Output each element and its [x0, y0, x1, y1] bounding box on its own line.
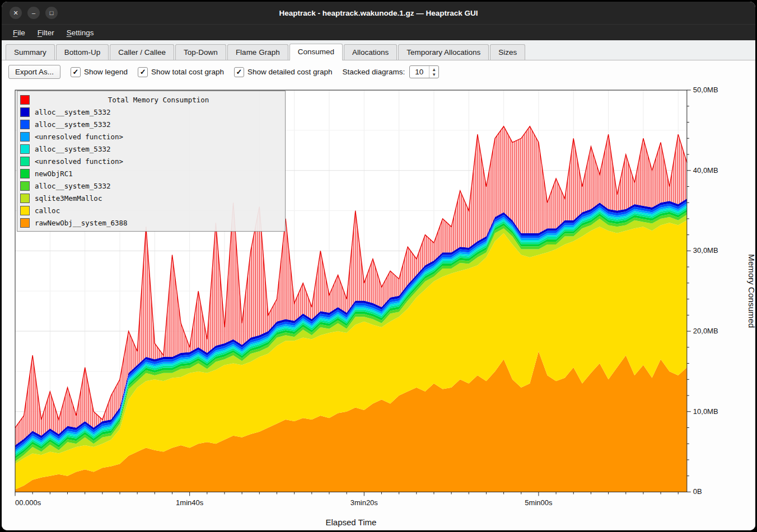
tab-sizes[interactable]: Sizes	[490, 44, 525, 60]
svg-text:50,0MB: 50,0MB	[693, 86, 718, 94]
titlebar: ✕ – □ Heaptrack - heaptrack.wakunode.1.g…	[2, 2, 755, 24]
svg-text:30,0MB: 30,0MB	[693, 246, 718, 255]
stacked-diagrams-spinbox[interactable]: 10 ▲ ▼	[409, 65, 439, 78]
heaptrack-window: ✕ – □ Heaptrack - heaptrack.wakunode.1.g…	[2, 2, 755, 530]
window-controls: ✕ – □	[2, 7, 58, 19]
show-total-cost-checkbox[interactable]: ✓ Show total cost graph	[138, 67, 224, 77]
svg-text:00.000s: 00.000s	[15, 498, 41, 507]
maximize-button[interactable]: □	[45, 7, 58, 19]
chart-legend: Total Memory Consumptionalloc__system_53…	[17, 91, 286, 232]
legend-label: sqlite3MemMalloc	[35, 194, 102, 203]
checkbox-check-icon: ✓	[138, 67, 148, 77]
spin-up-icon[interactable]: ▲	[429, 67, 438, 72]
stacked-diagrams-value: 10	[410, 66, 429, 78]
menu-file[interactable]: File	[7, 26, 31, 39]
legend-label: rawNewObj__system_6388	[35, 219, 128, 227]
checkbox-check-icon: ✓	[71, 67, 81, 77]
legend-swatch	[20, 169, 30, 178]
show-detailed-cost-label: Show detailed cost graph	[247, 68, 333, 76]
legend-label: alloc__system_5332	[35, 120, 110, 129]
tab-bottom-up[interactable]: Bottom-Up	[56, 44, 109, 60]
svg-text:Memory Consumed: Memory Consumed	[747, 254, 755, 328]
legend-swatch	[20, 206, 30, 215]
tab-temporary-allocations[interactable]: Temporary Allocations	[398, 44, 489, 60]
svg-text:3min20s: 3min20s	[351, 498, 378, 507]
legend-swatch	[20, 218, 30, 228]
tab-allocations[interactable]: Allocations	[344, 44, 397, 60]
spin-buttons: ▲ ▼	[429, 66, 438, 78]
chart-area: 00.000s1min40s3min20s5min00s0B10,0MB20,0…	[2, 83, 755, 530]
spin-down-icon[interactable]: ▼	[429, 72, 438, 77]
legend-label: calloc	[35, 206, 60, 215]
maximize-icon: □	[50, 10, 54, 16]
show-detailed-cost-checkbox[interactable]: ✓ Show detailed cost graph	[234, 67, 333, 77]
legend-item: <unresolved function>	[20, 130, 282, 143]
legend-item: alloc__system_5332	[20, 143, 282, 155]
svg-text:1min40s: 1min40s	[176, 498, 204, 507]
legend-label: newObjRC1	[35, 170, 73, 178]
minimize-icon: –	[32, 10, 35, 16]
legend-item: <unresolved function>	[20, 155, 282, 167]
tab-bar: SummaryBottom-UpCaller / CalleeTop-DownF…	[2, 40, 755, 60]
legend-label: alloc__system_5332	[35, 182, 110, 190]
menu-filter[interactable]: Filter	[32, 26, 60, 39]
window-title: Heaptrack - heaptrack.wakunode.1.gz — He…	[2, 9, 755, 17]
tab-top-down[interactable]: Top-Down	[175, 44, 226, 60]
svg-text:40,0MB: 40,0MB	[693, 166, 718, 175]
legend-item: alloc__system_5332	[20, 118, 282, 130]
tab-flame-graph[interactable]: Flame Graph	[227, 44, 288, 60]
legend-item: alloc__system_5332	[20, 180, 282, 192]
legend-label: <unresolved function>	[35, 157, 123, 166]
stacked-diagrams-label: Stacked diagrams:	[343, 68, 405, 76]
legend-swatch	[20, 95, 30, 105]
tab-caller-callee[interactable]: Caller / Callee	[110, 44, 174, 60]
legend-label: alloc__system_5332	[35, 145, 110, 153]
svg-text:20,0MB: 20,0MB	[693, 327, 718, 335]
minimize-button[interactable]: –	[27, 7, 40, 19]
legend-swatch	[20, 181, 30, 191]
show-legend-checkbox[interactable]: ✓ Show legend	[71, 67, 128, 77]
close-button[interactable]: ✕	[10, 7, 22, 19]
legend-swatch	[20, 132, 30, 142]
legend-swatch	[20, 120, 30, 129]
stacked-diagrams-control: Stacked diagrams: 10 ▲ ▼	[343, 65, 440, 78]
svg-text:10,0MB: 10,0MB	[693, 407, 718, 416]
checkbox-check-icon: ✓	[234, 67, 244, 77]
legend-item: alloc__system_5332	[20, 106, 282, 118]
show-total-cost-label: Show total cost graph	[151, 68, 224, 76]
menu-settings[interactable]: Settings	[61, 26, 100, 39]
legend-swatch	[20, 157, 30, 166]
legend-label: alloc__system_5332	[35, 108, 110, 116]
legend-label: Total Memory Consumption	[35, 96, 282, 104]
legend-item: rawNewObj__system_6388	[20, 216, 282, 229]
tab-summary[interactable]: Summary	[6, 44, 55, 60]
legend-item: sqlite3MemMalloc	[20, 192, 282, 204]
legend-swatch	[20, 144, 30, 154]
svg-text:0B: 0B	[693, 487, 702, 496]
show-legend-label: Show legend	[84, 68, 128, 76]
legend-swatch	[20, 107, 30, 117]
legend-title-row: Total Memory Consumption	[20, 93, 282, 106]
legend-swatch	[20, 194, 30, 203]
menubar: FileFilterSettings	[2, 24, 755, 40]
svg-text:5min00s: 5min00s	[525, 498, 553, 507]
svg-text:Elapsed Time: Elapsed Time	[325, 517, 376, 527]
export-as-button[interactable]: Export As...	[8, 65, 60, 79]
legend-item: newObjRC1	[20, 167, 282, 180]
legend-item: calloc	[20, 204, 282, 216]
toolbar: Export As... ✓ Show legend ✓ Show total …	[2, 60, 755, 83]
tab-consumed[interactable]: Consumed	[289, 44, 343, 60]
legend-label: <unresolved function>	[35, 133, 123, 141]
close-icon: ✕	[13, 10, 18, 16]
